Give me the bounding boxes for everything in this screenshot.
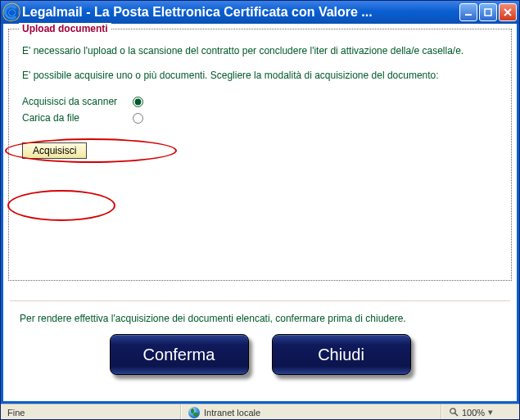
acquire-options: Acquisisci da scanner Carica da file	[22, 93, 146, 126]
svg-line-3	[455, 413, 459, 416]
action-row: Conferma Chiudi	[8, 334, 512, 375]
close-window-button[interactable]	[499, 3, 517, 21]
titlebar: Legalmail - La Posta Elettronica Certifi…	[1, 1, 519, 24]
globe-icon	[188, 407, 200, 418]
magnifier-icon	[449, 407, 459, 418]
option-file-radio[interactable]	[133, 113, 143, 124]
option-scanner-label: Acquisisci da scanner	[22, 93, 129, 110]
close-button[interactable]: Chiudi	[272, 334, 411, 375]
status-zoom-text: 100%	[462, 408, 485, 418]
option-file-row: Carica da file	[22, 110, 146, 126]
svg-rect-1	[485, 9, 491, 16]
status-zone-cell: Intranet locale	[181, 404, 441, 420]
chevron-down-icon: ▾	[488, 407, 493, 418]
window-title: Legalmail - La Posta Elettronica Certifi…	[22, 5, 459, 20]
option-scanner-radio[interactable]	[133, 97, 143, 107]
status-left: Fine	[1, 404, 181, 420]
groupbox-legend: Upload documenti	[19, 23, 111, 34]
ie-icon	[4, 5, 19, 20]
status-text: Fine	[7, 408, 25, 418]
confirm-button[interactable]: Conferma	[110, 334, 249, 375]
maximize-button[interactable]	[479, 3, 497, 21]
status-zone-text: Intranet locale	[204, 408, 260, 418]
annotation-ellipse	[7, 190, 115, 221]
client-area: Upload documenti E' necessario l'upload …	[1, 24, 519, 404]
window-buttons	[459, 3, 519, 21]
option-scanner-row: Acquisisci da scanner	[22, 93, 146, 110]
svg-point-2	[450, 408, 455, 413]
status-zoom-cell[interactable]: 100% ▾	[441, 404, 519, 420]
intro-text-1: E' necessario l'upload o la scansione de…	[22, 44, 498, 57]
confirm-instruction: Per rendere effettiva l'acquisizione dei…	[10, 300, 510, 324]
upload-groupbox: Upload documenti E' necessario l'upload …	[8, 29, 512, 281]
statusbar: Fine Intranet locale 100% ▾	[1, 404, 519, 420]
acquire-button[interactable]: Acquisisci	[22, 142, 87, 159]
intro-text-2: E' possibile acquisire uno o più documen…	[22, 69, 498, 82]
svg-rect-0	[465, 14, 472, 16]
option-file-label: Carica da file	[22, 110, 129, 126]
minimize-button[interactable]	[459, 3, 477, 21]
